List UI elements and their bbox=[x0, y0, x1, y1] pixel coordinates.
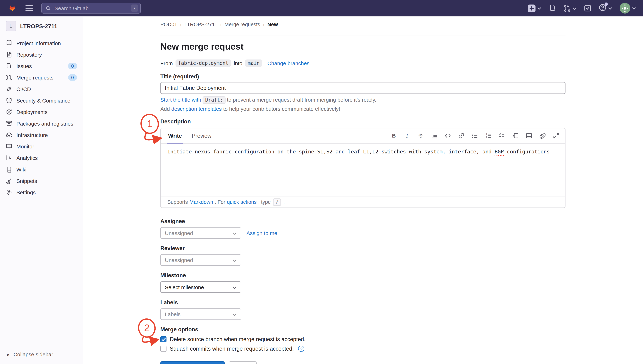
draft-hint: Start the title with Draft: to prevent a… bbox=[160, 97, 566, 103]
file-icon bbox=[6, 51, 12, 58]
description-misspelled-word: BGP bbox=[494, 148, 504, 156]
book-icon bbox=[6, 40, 12, 46]
markdown-link[interactable]: Markdown bbox=[190, 199, 213, 205]
double-chevron-left-icon: « bbox=[6, 351, 10, 358]
task-list-icon[interactable] bbox=[498, 132, 505, 139]
squash-commits-checkbox[interactable] bbox=[160, 346, 166, 352]
description-editor: Write Preview B I S 12 bbox=[160, 128, 566, 208]
breadcrumb-separator: › bbox=[180, 22, 182, 27]
new-menu-button[interactable] bbox=[528, 4, 541, 12]
sidebar-item-wiki[interactable]: Wiki bbox=[0, 164, 83, 175]
code-icon[interactable] bbox=[444, 132, 451, 139]
sidebar-item-monitor[interactable]: Monitor bbox=[0, 141, 83, 152]
chevron-down-icon bbox=[608, 7, 612, 10]
sidebar-item-project-information[interactable]: Project information bbox=[0, 37, 83, 49]
title-input[interactable] bbox=[160, 82, 566, 94]
collapsible-section-icon[interactable] bbox=[512, 132, 519, 139]
tab-preview[interactable]: Preview bbox=[191, 128, 212, 143]
hamburger-menu-icon[interactable] bbox=[25, 5, 33, 11]
squash-help-icon[interactable]: ? bbox=[298, 346, 304, 352]
cloud-gear-icon bbox=[6, 132, 12, 138]
sidebar-item-merge-requests[interactable]: Merge requests 0 bbox=[0, 72, 83, 83]
description-text: configurations bbox=[504, 148, 550, 154]
bulleted-list-icon[interactable] bbox=[471, 132, 478, 139]
full-screen-icon[interactable] bbox=[552, 132, 560, 139]
notification-dot bbox=[604, 2, 608, 6]
cancel-button[interactable]: Cancel bbox=[229, 361, 257, 364]
sidebar-item-label: Analytics bbox=[16, 155, 38, 161]
sidebar-item-security-compliance[interactable]: Security & Compliance bbox=[0, 95, 83, 106]
sidebar-item-issues[interactable]: Issues 0 bbox=[0, 60, 83, 72]
description-textarea[interactable]: Initiate nexus fabric configuration on t… bbox=[161, 144, 565, 196]
create-merge-request-button[interactable]: Create merge request bbox=[160, 361, 225, 364]
quick-actions-link[interactable]: quick actions bbox=[227, 199, 257, 205]
global-search[interactable]: / bbox=[42, 3, 141, 14]
breadcrumb-current: New bbox=[268, 22, 278, 27]
italic-icon[interactable]: I bbox=[404, 132, 410, 139]
merge-requests-nav-button[interactable] bbox=[564, 4, 576, 12]
sidebar-item-label: Issues bbox=[16, 63, 32, 69]
start-title-with-link[interactable]: Start the title with bbox=[160, 97, 201, 103]
chevron-down-icon bbox=[232, 257, 237, 263]
sidebar-item-cicd[interactable]: CI/CD bbox=[0, 83, 83, 95]
monitor-icon bbox=[6, 143, 12, 150]
sidebar-item-settings[interactable]: Settings bbox=[0, 187, 83, 198]
sidebar-item-snippets[interactable]: Snippets bbox=[0, 175, 83, 186]
svg-text:I: I bbox=[406, 133, 408, 138]
footer-text: , type bbox=[258, 199, 271, 205]
chevron-down-icon bbox=[537, 7, 541, 10]
tab-write[interactable]: Write bbox=[167, 128, 183, 143]
help-menu-button[interactable] bbox=[599, 4, 612, 13]
breadcrumb-merge-requests[interactable]: Merge requests bbox=[224, 22, 260, 27]
collapse-sidebar-button[interactable]: « Collapse sidebar bbox=[0, 348, 60, 361]
sidebar-item-repository[interactable]: Repository bbox=[0, 49, 83, 60]
sidebar-nav: Project information Repository Issues 0 … bbox=[0, 37, 83, 198]
breadcrumb-group[interactable]: POD01 bbox=[160, 22, 177, 27]
search-input[interactable] bbox=[54, 5, 128, 12]
bold-icon[interactable]: B bbox=[390, 132, 397, 139]
table-icon[interactable] bbox=[525, 132, 532, 139]
change-branches-link[interactable]: Change branches bbox=[268, 60, 310, 66]
sidebar-item-analytics[interactable]: Analytics bbox=[0, 152, 83, 164]
draft-code-chip: Draft: bbox=[203, 96, 226, 104]
assignee-dropdown[interactable]: Unassigned bbox=[160, 227, 241, 238]
labels-label: Labels bbox=[160, 299, 566, 306]
description-field-label: Description bbox=[160, 118, 566, 125]
milestone-dropdown[interactable]: Select milestone bbox=[160, 281, 241, 293]
sidebar-item-label: Project information bbox=[16, 40, 61, 46]
editor-footer: Supports Markdown . For quick actions , … bbox=[161, 196, 565, 207]
template-hint-text: to help your contributors communicate ef… bbox=[223, 106, 340, 112]
description-text: Initiate nexus fabric configuration on t… bbox=[167, 148, 495, 154]
labels-value: Labels bbox=[165, 311, 180, 317]
issues-nav-button[interactable] bbox=[549, 4, 556, 12]
sidebar-item-label: Merge requests bbox=[16, 74, 54, 80]
draft-hint-text: to prevent a merge request draft from me… bbox=[227, 97, 376, 103]
user-menu-button[interactable] bbox=[620, 3, 636, 14]
numbered-list-icon[interactable]: 12 bbox=[485, 132, 492, 139]
project-name: LTROPS-2711 bbox=[20, 23, 57, 29]
breadcrumb: POD01 › LTROPS-2711 › Merge requests › N… bbox=[160, 21, 566, 27]
quote-icon[interactable] bbox=[431, 132, 438, 139]
reviewer-label: Reviewer bbox=[160, 245, 566, 251]
sidebar-project-header[interactable]: L LTROPS-2711 bbox=[0, 16, 83, 35]
merge-options-label: Merge options bbox=[160, 326, 566, 332]
labels-dropdown[interactable]: Labels bbox=[160, 308, 241, 320]
sidebar-item-deployments[interactable]: Deployments bbox=[0, 106, 83, 118]
delete-source-branch-checkbox[interactable] bbox=[160, 336, 166, 342]
reviewer-dropdown[interactable]: Unassigned bbox=[160, 254, 241, 266]
strikethrough-icon[interactable]: S bbox=[417, 132, 424, 139]
sidebar-item-infrastructure[interactable]: Infrastructure bbox=[0, 129, 83, 140]
description-templates-link[interactable]: description templates bbox=[171, 106, 222, 112]
sidebar-item-label: Snippets bbox=[16, 178, 37, 184]
squash-commits-row: Squash commits when merge request is acc… bbox=[160, 346, 566, 352]
form-actions: Create merge request Cancel bbox=[160, 361, 566, 364]
assign-to-me-link[interactable]: Assign to me bbox=[246, 230, 278, 236]
link-icon[interactable] bbox=[458, 132, 464, 139]
breadcrumb-project[interactable]: LTROPS-2711 bbox=[184, 22, 217, 27]
attach-file-icon[interactable] bbox=[539, 132, 546, 139]
main-content: POD01 › LTROPS-2711 › Merge requests › N… bbox=[83, 16, 643, 364]
issues-icon bbox=[549, 4, 556, 12]
todos-button[interactable] bbox=[584, 4, 591, 12]
gitlab-logo-icon[interactable] bbox=[7, 3, 18, 14]
sidebar-item-packages-registries[interactable]: Packages and registries bbox=[0, 118, 83, 129]
